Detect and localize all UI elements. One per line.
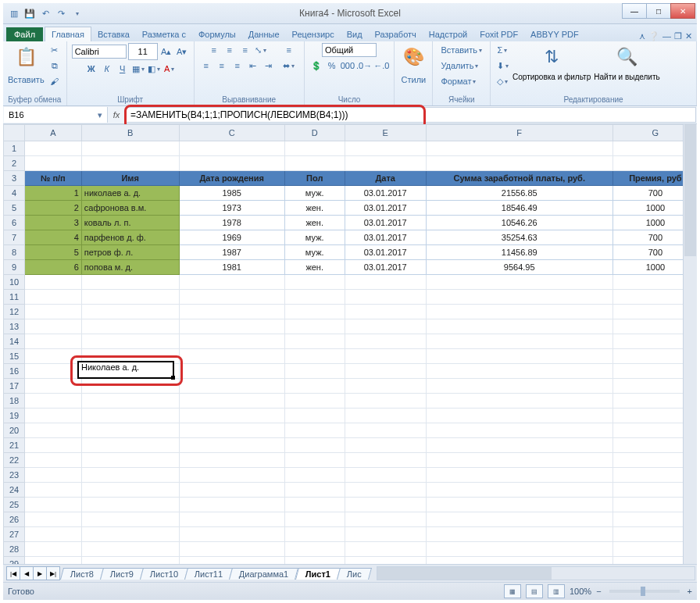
cell-A8[interactable]: 5 bbox=[25, 245, 82, 260]
cell-D15[interactable] bbox=[284, 349, 345, 364]
cell-D7[interactable]: муж. bbox=[284, 230, 345, 245]
cell-B10[interactable] bbox=[81, 275, 179, 290]
tab-insert[interactable]: Вставка bbox=[91, 27, 136, 41]
name-box[interactable]: B16 ▾ bbox=[4, 107, 108, 123]
tab-addins[interactable]: Надстрой bbox=[423, 27, 473, 41]
cell-E13[interactable] bbox=[345, 319, 426, 334]
cell-B8[interactable]: петров ф. л. bbox=[81, 245, 179, 260]
row-head-24[interactable]: 24 bbox=[4, 483, 25, 498]
sheet-tab-Лист10[interactable]: Лист10 bbox=[140, 568, 188, 580]
cell-F11[interactable] bbox=[426, 290, 612, 305]
cell-E12[interactable] bbox=[345, 305, 426, 319]
cell-C25[interactable] bbox=[179, 498, 284, 512]
cell-A19[interactable] bbox=[25, 409, 82, 423]
sheet-tab-Диаграмма1[interactable]: Диаграмма1 bbox=[229, 568, 298, 580]
dec-dec-icon[interactable]: ←.0 bbox=[373, 59, 389, 73]
cell-C5[interactable]: 1973 bbox=[179, 201, 284, 216]
cell-F27[interactable] bbox=[426, 527, 612, 542]
cell-A29[interactable] bbox=[25, 557, 82, 565]
align-bottom-icon[interactable]: ≡ bbox=[238, 43, 252, 57]
cell-E8[interactable]: 03.01.2017 bbox=[345, 245, 426, 260]
cell-A10[interactable] bbox=[25, 275, 82, 290]
sheet-tab-Лист8[interactable]: Лист8 bbox=[60, 568, 104, 580]
percent-icon[interactable]: % bbox=[325, 59, 339, 73]
dec-inc-icon[interactable]: .0→ bbox=[356, 59, 372, 73]
cell-D13[interactable] bbox=[284, 319, 345, 334]
row-head-6[interactable]: 6 bbox=[4, 216, 25, 230]
row-head-14[interactable]: 14 bbox=[4, 334, 25, 349]
row-head-26[interactable]: 26 bbox=[4, 512, 25, 527]
cell-C16[interactable] bbox=[179, 364, 284, 379]
find-select-button[interactable]: 🔍 bbox=[612, 43, 641, 71]
tab-view[interactable]: Вид bbox=[341, 27, 369, 41]
cell-E26[interactable] bbox=[345, 512, 426, 527]
cell-C20[interactable] bbox=[179, 423, 284, 438]
cell-E25[interactable] bbox=[345, 498, 426, 512]
underline-button[interactable]: Ч bbox=[116, 62, 130, 76]
cell-B17[interactable] bbox=[81, 379, 179, 394]
view-pagebreak-icon[interactable]: ▥ bbox=[548, 584, 565, 598]
font-family-select[interactable] bbox=[72, 45, 127, 59]
cell-D24[interactable] bbox=[284, 483, 345, 498]
cell-E22[interactable] bbox=[345, 453, 426, 468]
zoom-out-button[interactable]: − bbox=[596, 587, 601, 596]
cell-A20[interactable] bbox=[25, 423, 82, 438]
cell-D27[interactable] bbox=[284, 527, 345, 542]
cell-B21[interactable] bbox=[81, 438, 179, 453]
cell-A4[interactable]: 1 bbox=[25, 186, 82, 201]
cell-B28[interactable] bbox=[81, 542, 179, 557]
cell-F25[interactable] bbox=[426, 498, 612, 512]
cell-B23[interactable] bbox=[81, 468, 179, 483]
col-head-A[interactable]: A bbox=[25, 125, 82, 141]
cell-C11[interactable] bbox=[179, 290, 284, 305]
cell-C19[interactable] bbox=[179, 409, 284, 423]
cell-A9[interactable]: 6 bbox=[25, 260, 82, 275]
cell-A13[interactable] bbox=[25, 319, 82, 334]
cell-F7[interactable]: 35254.63 bbox=[426, 230, 612, 245]
cell-B27[interactable] bbox=[81, 527, 179, 542]
cell-F10[interactable] bbox=[426, 275, 612, 290]
tab-abbyy[interactable]: ABBYY PDF bbox=[524, 27, 585, 41]
row-head-5[interactable]: 5 bbox=[4, 201, 25, 216]
cell-F20[interactable] bbox=[426, 423, 612, 438]
number-format-select[interactable] bbox=[322, 43, 377, 57]
cell-B11[interactable] bbox=[81, 290, 179, 305]
view-normal-icon[interactable]: ▦ bbox=[504, 584, 521, 598]
cell-E16[interactable] bbox=[345, 364, 426, 379]
cell-C29[interactable] bbox=[179, 557, 284, 565]
minimize-button[interactable]: — bbox=[622, 3, 647, 19]
paste-button[interactable]: 📋 bbox=[12, 43, 40, 71]
cell-C18[interactable] bbox=[179, 394, 284, 409]
doc-close-icon[interactable]: ✕ bbox=[685, 31, 692, 41]
cell-E24[interactable] bbox=[345, 483, 426, 498]
sheet-tab-Лис[interactable]: Лис bbox=[337, 568, 372, 580]
cell-D14[interactable] bbox=[284, 334, 345, 349]
cell-E23[interactable] bbox=[345, 468, 426, 483]
cell-A18[interactable] bbox=[25, 394, 82, 409]
zoom-slider[interactable] bbox=[609, 590, 680, 593]
sort-filter-button[interactable]: ⇅ bbox=[538, 43, 566, 71]
cell-C7[interactable]: 1969 bbox=[179, 230, 284, 245]
align-center-icon[interactable]: ≡ bbox=[215, 59, 229, 73]
cell-D28[interactable] bbox=[284, 542, 345, 557]
row-head-29[interactable]: 29 bbox=[4, 557, 25, 565]
vertical-scrollbar[interactable] bbox=[683, 124, 697, 564]
cell-F16[interactable] bbox=[426, 364, 612, 379]
align-top-icon[interactable]: ≡ bbox=[207, 43, 221, 57]
indent-dec-icon[interactable]: ⇤ bbox=[246, 59, 260, 73]
cell-A1[interactable] bbox=[25, 141, 82, 156]
cell-E7[interactable]: 03.01.2017 bbox=[345, 230, 426, 245]
cell-D6[interactable]: жен. bbox=[284, 216, 345, 230]
cell-A16[interactable] bbox=[25, 364, 82, 379]
cell-C17[interactable] bbox=[179, 379, 284, 394]
cell-B14[interactable] bbox=[81, 334, 179, 349]
cell-C28[interactable] bbox=[179, 542, 284, 557]
cell-A6[interactable]: 3 bbox=[25, 216, 82, 230]
row-head-18[interactable]: 18 bbox=[4, 394, 25, 409]
cell-F4[interactable]: 21556.85 bbox=[426, 186, 612, 201]
cell-D23[interactable] bbox=[284, 468, 345, 483]
cell-B13[interactable] bbox=[81, 319, 179, 334]
cell-C13[interactable] bbox=[179, 319, 284, 334]
cell-D8[interactable]: муж. bbox=[284, 245, 345, 260]
cell-C1[interactable] bbox=[179, 141, 284, 156]
